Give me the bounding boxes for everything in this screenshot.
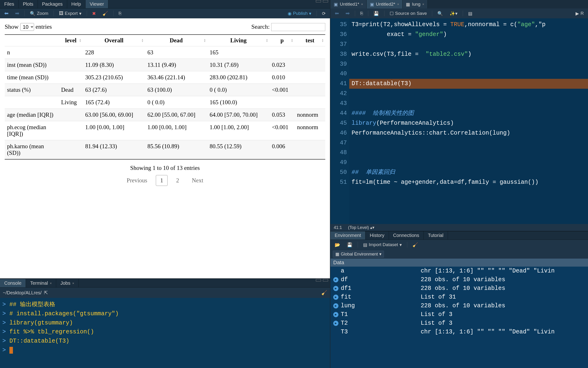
environment-toolbar: 📂 💾 ▤ Import Dataset ▾ 🧹 xyxy=(330,240,588,250)
load-icon[interactable]: 📂 xyxy=(332,241,343,248)
env-var-name: T3 xyxy=(341,329,421,335)
tab-history[interactable]: History xyxy=(365,231,389,239)
tab-packages[interactable]: Packages xyxy=(38,0,67,8)
tab-files[interactable]: Files xyxy=(0,0,18,8)
column-header[interactable]: Dead▲▼ xyxy=(145,35,207,46)
clear-icon[interactable]: 🧹 xyxy=(410,241,421,248)
run-button[interactable]: ▶ R xyxy=(573,10,586,17)
search-input[interactable] xyxy=(271,23,325,31)
column-header[interactable]: p▲▼ xyxy=(270,35,295,46)
zoom-button[interactable]: 🔍 Zoom xyxy=(27,10,51,17)
page-1-button[interactable]: 1 xyxy=(156,175,168,186)
env-item[interactable]: achr [1:13, 1:6] "" "" "" "Dead" "Livin xyxy=(330,267,588,275)
expand-icon[interactable]: ▶ xyxy=(333,277,338,282)
env-item[interactable]: ▶df228 obs. of 10 variables xyxy=(330,275,588,284)
env-item[interactable]: ▶lung228 obs. of 10 variables xyxy=(330,301,588,310)
cell xyxy=(295,140,325,159)
column-header[interactable]: level▲▼ xyxy=(59,35,83,46)
refresh-icon[interactable]: ⟳ xyxy=(320,10,328,17)
notebook-icon[interactable]: ▤ xyxy=(466,10,475,17)
expand-icon[interactable]: ▶ xyxy=(333,303,338,308)
sort-icon[interactable]: ▲▼ xyxy=(79,39,81,42)
viewer-toolbar: ⬅ ➡ 🔍 Zoom 🖼 Export ▾ ✖ 🧹 ⎘ ◉ Publish ▾ … xyxy=(0,9,330,18)
wand-icon[interactable]: ✨▾ xyxy=(447,10,460,17)
page-length-select[interactable]: 10 xyxy=(20,23,34,31)
tab-help[interactable]: Help xyxy=(67,0,86,8)
cursor-position: 41:1 xyxy=(334,225,342,230)
publish-button[interactable]: ◉ Publish ▾ xyxy=(285,10,314,17)
import-dataset-button[interactable]: ▤ Import Dataset ▾ xyxy=(361,241,404,248)
tab-console[interactable]: Console xyxy=(0,279,26,287)
scope-selector[interactable]: ▦ Global Environment ▾ xyxy=(333,251,384,258)
remove-icon[interactable]: ✖ xyxy=(90,10,98,17)
clear-icon[interactable]: 🧹 xyxy=(321,290,327,295)
datatable-info: Showing 1 to 10 of 13 entries xyxy=(5,165,325,171)
column-header[interactable]: Living▲▼ xyxy=(207,35,270,46)
sort-icon[interactable]: ▲▼ xyxy=(203,39,206,42)
column-header[interactable]: test▲▼ xyxy=(295,35,325,46)
save-icon[interactable]: 💾 xyxy=(344,241,355,248)
tab-connections[interactable]: Connections xyxy=(389,231,424,239)
minimize-icon[interactable] xyxy=(316,279,321,281)
next-button[interactable]: Next xyxy=(188,175,208,186)
env-var-value: List of 3 xyxy=(421,320,585,327)
popup-icon[interactable]: ⎘ xyxy=(116,10,124,17)
back-icon[interactable]: ⬅ xyxy=(332,9,341,18)
find-icon[interactable]: 🔍 xyxy=(435,10,445,17)
env-item[interactable]: T3chr [1:13, 1:6] "" "" "" "Dead" "Livin xyxy=(330,328,588,336)
close-icon[interactable]: × xyxy=(50,281,52,285)
editor-tab-untitled2[interactable]: ▣ Untitled2* × xyxy=(367,0,403,9)
console-output[interactable]: > ## 输出模型表格> # install.packages("gtsumma… xyxy=(0,298,330,368)
close-icon[interactable]: × xyxy=(397,2,399,6)
previous-button[interactable]: Previous xyxy=(123,175,152,186)
tab-viewer[interactable]: Viewer xyxy=(86,0,109,8)
save-icon[interactable]: 💾 xyxy=(371,10,381,17)
column-header[interactable]: Overall▲▼ xyxy=(83,35,145,46)
env-item[interactable]: ▶df1228 obs. of 10 variables xyxy=(330,284,588,293)
cell xyxy=(295,71,325,84)
editor-tab-lung[interactable]: ▦ lung × xyxy=(403,0,428,9)
cell: inst (mean (SD)) xyxy=(5,59,59,71)
expand-icon[interactable]: ▶ xyxy=(333,286,338,291)
clear-icon[interactable]: 🧹 xyxy=(100,10,110,17)
minimize-icon[interactable] xyxy=(316,0,321,2)
close-icon[interactable]: × xyxy=(422,2,424,6)
sort-icon[interactable]: ▲▼ xyxy=(322,39,324,42)
tab-tutorial[interactable]: Tutorial xyxy=(424,231,448,239)
close-icon[interactable]: × xyxy=(72,281,74,285)
popup-icon[interactable]: ⇱ xyxy=(44,290,48,295)
maximize-icon[interactable] xyxy=(323,0,328,2)
back-icon[interactable]: ⬅ xyxy=(2,9,11,18)
export-button[interactable]: 🖼 Export ▾ xyxy=(57,10,84,17)
cell: 0.010 xyxy=(270,71,295,84)
env-item[interactable]: ▶fitList of 31 xyxy=(330,293,588,301)
code-editor[interactable]: 3536373839404142434445464748495051 T3=pr… xyxy=(330,18,588,224)
cell: 165 xyxy=(207,46,270,59)
tab-plots[interactable]: Plots xyxy=(18,0,38,8)
show-in-new-icon[interactable]: ⎘ xyxy=(358,10,365,17)
sort-icon[interactable]: ▲▼ xyxy=(291,39,293,42)
close-icon[interactable]: × xyxy=(361,2,363,6)
source-on-save-checkbox[interactable]: ☐ Source on Save xyxy=(387,10,429,17)
env-item[interactable]: ▶T2List of 3 xyxy=(330,319,588,328)
expand-icon[interactable]: ▶ xyxy=(333,294,338,300)
tab-terminal[interactable]: Terminal× xyxy=(26,279,56,287)
editor-tab-untitled1[interactable]: ▣ Untitled1* × xyxy=(330,0,367,9)
tab-environment[interactable]: Environment xyxy=(330,231,365,239)
cell: 0 ( 0.0) xyxy=(145,96,207,109)
sort-icon[interactable]: ▲▼ xyxy=(266,39,268,42)
forward-icon[interactable]: ➡ xyxy=(343,9,352,18)
cell: Living xyxy=(59,96,83,109)
env-item[interactable]: ▶T1List of 3 xyxy=(330,310,588,319)
cell xyxy=(59,109,83,121)
sort-icon[interactable]: ▲▼ xyxy=(141,39,144,42)
maximize-icon[interactable] xyxy=(323,279,328,281)
cell: 165 (72.4) xyxy=(83,96,145,109)
forward-icon[interactable]: ➡ xyxy=(13,9,22,18)
scope-label[interactable]: (Top Level) ▴▾ xyxy=(348,225,374,230)
expand-icon[interactable]: ▶ xyxy=(333,312,338,317)
page-2-button[interactable]: 2 xyxy=(172,175,184,186)
expand-icon[interactable]: ▶ xyxy=(333,321,338,326)
tab-jobs[interactable]: Jobs× xyxy=(56,279,79,287)
column-header[interactable] xyxy=(5,35,59,46)
